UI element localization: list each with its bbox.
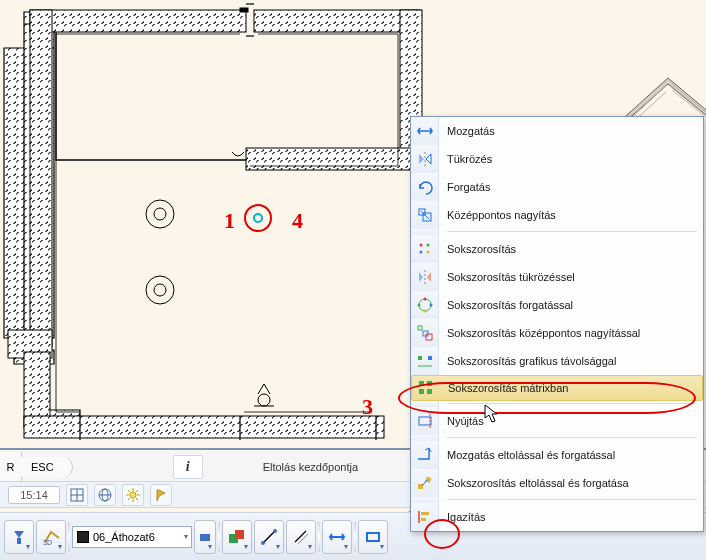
array-icon — [411, 235, 439, 263]
menu-item-array-mirror[interactable]: Sokszorosítás tükrözéssel — [411, 263, 703, 291]
array-distance-icon — [411, 347, 439, 375]
svg-rect-80 — [418, 484, 423, 489]
rect-tool-button[interactable] — [358, 520, 388, 554]
3d-view-button[interactable]: 3D — [36, 520, 66, 554]
svg-rect-72 — [418, 356, 422, 360]
scale-icon — [411, 201, 439, 229]
svg-point-22 — [258, 394, 270, 406]
fold-down-button[interactable] — [4, 520, 34, 554]
layer-visibility-button[interactable] — [194, 520, 216, 554]
flag-icon[interactable] — [150, 484, 172, 506]
svg-rect-4 — [254, 10, 420, 32]
globe-icon[interactable] — [94, 484, 116, 506]
svg-point-49 — [261, 541, 265, 545]
line-tool-button[interactable] — [254, 520, 284, 554]
move-tool-button[interactable] — [322, 520, 352, 554]
tab-esc[interactable]: ESC — [21, 457, 73, 477]
array-matrix-icon — [412, 376, 440, 400]
menu-item-array-matrix[interactable]: Sokszorosítás mátrixban — [411, 375, 703, 401]
tab-esc-label: ESC — [31, 461, 54, 473]
svg-line-48 — [263, 531, 275, 543]
svg-rect-8 — [24, 416, 384, 438]
layer-swatch — [77, 531, 89, 543]
menu-item-move-rotate[interactable]: Mozgatás eltolással és forgatással — [411, 441, 703, 469]
svg-rect-11 — [240, 8, 248, 12]
menu-item-array-move-rotate[interactable]: Sokszorosítás eltolással és forgatása — [411, 469, 703, 497]
menu-item-rotate[interactable]: Forgatás — [411, 173, 703, 201]
svg-point-65 — [429, 304, 432, 307]
tab-r[interactable]: R — [0, 452, 22, 481]
menu-item-array-distance[interactable]: Sokszorosítás grafikus távolsággal — [411, 347, 703, 375]
svg-line-39 — [128, 490, 130, 492]
svg-line-42 — [128, 498, 130, 500]
svg-rect-77 — [427, 389, 432, 394]
svg-rect-43 — [17, 538, 21, 544]
svg-line-41 — [136, 490, 138, 492]
svg-rect-78 — [419, 417, 431, 425]
svg-point-64 — [423, 298, 426, 301]
array-scale-icon — [411, 319, 439, 347]
svg-point-60 — [419, 251, 422, 254]
svg-rect-10 — [246, 148, 422, 170]
materials-button[interactable] — [222, 520, 252, 554]
svg-point-21 — [254, 214, 262, 222]
menu-item-array-rotate[interactable]: Sokszorosítás forgatással — [411, 291, 703, 319]
svg-rect-76 — [419, 389, 424, 394]
svg-rect-47 — [235, 530, 244, 539]
move-context-menu: Mozgatás Tükrözés Forgatás Középpontos n… — [410, 116, 704, 532]
grid-toggle-icon[interactable] — [66, 484, 88, 506]
svg-rect-73 — [428, 356, 432, 360]
sun-icon[interactable] — [122, 484, 144, 506]
svg-point-59 — [426, 244, 429, 247]
svg-point-34 — [130, 492, 136, 498]
svg-rect-3 — [30, 10, 246, 32]
rotate-icon — [411, 173, 439, 201]
command-prompt: Eltolás kezdőpontja — [263, 461, 358, 473]
layer-name: 06_Áthozat6 — [93, 531, 155, 543]
menu-item-array[interactable]: Sokszorosítás — [411, 235, 703, 263]
array-mirror-icon — [411, 263, 439, 291]
svg-point-61 — [426, 251, 429, 254]
svg-text:3D: 3D — [43, 539, 52, 546]
svg-rect-74 — [419, 381, 424, 386]
svg-rect-75 — [427, 381, 432, 386]
svg-point-66 — [423, 310, 426, 313]
svg-rect-53 — [367, 533, 379, 541]
svg-point-50 — [273, 529, 277, 533]
stretch-icon — [411, 407, 439, 435]
menu-item-move[interactable]: Mozgatás — [411, 117, 703, 145]
menu-item-mirror[interactable]: Tükrözés — [411, 145, 703, 173]
mirror-icon — [411, 145, 439, 173]
info-button[interactable]: i — [173, 455, 203, 479]
svg-rect-68 — [418, 326, 422, 330]
svg-point-58 — [419, 244, 422, 247]
svg-line-82 — [422, 480, 427, 486]
array-move-rotate-icon — [411, 469, 439, 497]
duplicate-tool-button[interactable] — [286, 520, 316, 554]
menu-item-align[interactable]: Igazítás — [411, 503, 703, 531]
menu-item-stretch[interactable]: Nyújtás — [411, 407, 703, 435]
svg-line-51 — [295, 531, 306, 542]
array-rotate-icon — [411, 291, 439, 319]
move-rotate-icon — [411, 441, 439, 469]
menu-item-array-scale[interactable]: Sokszorosítás középpontos nagyítással — [411, 319, 703, 347]
align-icon — [411, 503, 439, 531]
move-icon — [411, 117, 439, 145]
svg-point-67 — [417, 304, 420, 307]
svg-line-40 — [136, 498, 138, 500]
svg-rect-85 — [421, 518, 426, 521]
svg-rect-45 — [200, 534, 210, 541]
tab-r-label: R — [7, 461, 15, 473]
svg-point-20 — [154, 284, 166, 296]
menu-item-scale[interactable]: Középpontos nagyítás — [411, 201, 703, 229]
svg-point-63 — [419, 299, 431, 311]
svg-point-18 — [154, 208, 166, 220]
svg-line-52 — [298, 534, 308, 544]
layer-select[interactable]: 06_Áthozat6 — [72, 526, 192, 548]
svg-rect-84 — [421, 512, 429, 515]
svg-rect-70 — [426, 334, 432, 340]
svg-rect-5 — [30, 10, 52, 346]
coord-readout[interactable]: 15:14 — [8, 486, 60, 504]
